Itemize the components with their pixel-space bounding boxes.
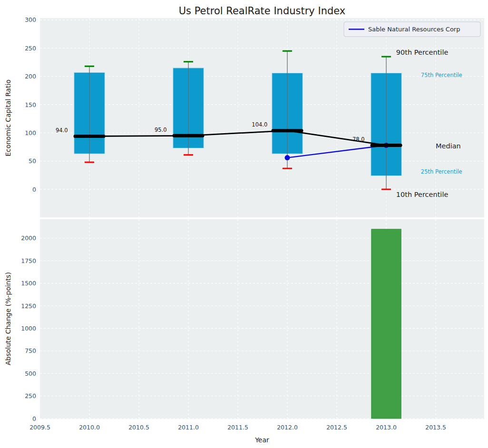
y-tick-label: 150	[25, 101, 36, 108]
y-tick-label: 1250	[21, 302, 36, 310]
y-tick-label: 500	[25, 370, 36, 377]
legend: Sable Natural Resources Corp	[344, 22, 480, 37]
y-tick-label: 50	[29, 157, 36, 165]
y-axis-label-top: Economic Capital Ratio	[4, 79, 12, 156]
percentile-annotation: 90th Percentile	[396, 49, 449, 56]
chart-svg: 94.095.0104.078.090th Percentile75th Per…	[0, 0, 488, 448]
median-value-label: 95.0	[155, 127, 167, 133]
median-value-label: 78.0	[352, 136, 365, 143]
company-marker	[285, 155, 290, 160]
plot-area-bottom	[40, 219, 484, 419]
x-tick-label: 2012.0	[277, 424, 298, 431]
legend-label: Sable Natural Resources Corp	[368, 26, 460, 33]
y-tick-label: 750	[25, 347, 36, 354]
percentile-annotation: 75th Percentile	[421, 72, 462, 78]
x-tick-label: 2010.0	[79, 424, 100, 431]
y-tick-label: 250	[25, 392, 36, 399]
x-tick-label: 2009.5	[29, 424, 50, 431]
y-tick-label: 300	[25, 16, 36, 23]
y-tick-label: 0	[32, 186, 36, 193]
median-value-label: 104.0	[252, 121, 267, 128]
x-tick-label: 2013.0	[376, 424, 397, 431]
y-axis-label-bottom: Absolute Change (%-points)	[4, 272, 12, 365]
percentile-annotation: 10th Percentile	[396, 191, 449, 198]
x-tick-label: 2011.5	[227, 424, 248, 431]
y-tick-label: 1000	[21, 325, 36, 332]
y-tick-label: 250	[25, 45, 36, 52]
y-tick-label: 1500	[21, 280, 36, 287]
median-value-label: 94.0	[56, 127, 68, 134]
chart-title: Us Petrol RealRate Industry Index	[179, 5, 346, 17]
y-tick-label: 1750	[21, 257, 36, 264]
percentile-annotation: Median	[436, 142, 461, 150]
change-bar	[371, 229, 401, 419]
y-tick-label: 2000	[21, 234, 36, 242]
x-tick-label: 2012.5	[326, 424, 347, 431]
y-tick-label: 0	[32, 415, 36, 422]
x-tick-label: 2013.5	[425, 424, 446, 431]
y-tick-label: 200	[25, 73, 36, 80]
absolute-change-bar	[371, 229, 401, 419]
figure-container: 94.095.0104.078.090th Percentile75th Per…	[0, 0, 488, 448]
x-axis-label: Year	[254, 436, 269, 444]
x-tick-label: 2010.5	[128, 424, 149, 431]
percentile-annotation: 25th Percentile	[421, 168, 462, 175]
y-tick-label: 100	[25, 129, 36, 136]
x-tick-label: 2011.0	[178, 424, 199, 431]
